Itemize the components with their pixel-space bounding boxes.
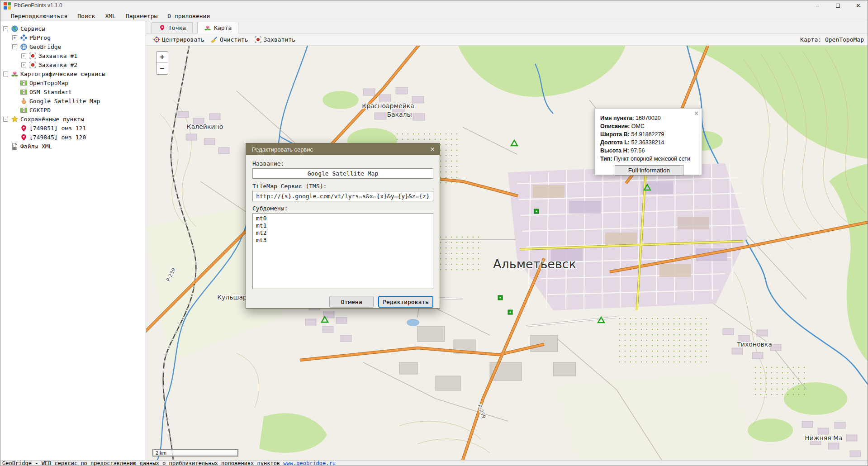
field-value: ОМС xyxy=(631,123,645,129)
subdomains-label: Субдомены: xyxy=(252,205,433,212)
close-icon[interactable]: ✕ xyxy=(430,146,435,153)
zoom-control: + − xyxy=(156,51,168,75)
star-icon xyxy=(11,115,18,123)
map-label-city: Альметьевск xyxy=(493,257,576,271)
field-label: Тип: xyxy=(600,156,612,162)
capture-button[interactable]: Захватить xyxy=(251,35,299,44)
hand-icon xyxy=(20,97,27,105)
tab-map[interactable]: Карта xyxy=(197,22,238,33)
scale-bar: 2 km xyxy=(152,449,238,456)
point-name-row: Имя пункта: 16070020 xyxy=(600,114,699,122)
edit-button[interactable]: Редактировать xyxy=(378,296,433,308)
tree-item-cgkipd[interactable]: CGKIPD xyxy=(12,105,146,114)
collapse-toggle[interactable]: - xyxy=(3,71,8,76)
xml-file-icon: XML xyxy=(11,143,18,150)
menu-search[interactable]: Поиск xyxy=(72,12,100,20)
pond xyxy=(407,319,419,326)
tree-item-label: Картографические сервисы xyxy=(20,71,105,77)
minimize-icon[interactable]: – xyxy=(807,0,828,11)
point-latitude-row: Широта B: 54.91862279 xyxy=(600,130,699,138)
pin-icon xyxy=(158,24,166,32)
tree-item-capture-1[interactable]: + Захватка #1 xyxy=(21,51,146,60)
field-label: Описание: xyxy=(600,123,630,129)
tab-point[interactable]: Точка xyxy=(152,22,193,33)
point-height-row: Высота H: 97.56 xyxy=(600,147,699,155)
tree-item-label: OSM Standart xyxy=(29,89,72,95)
zoom-out-button[interactable]: − xyxy=(157,63,168,74)
clear-button[interactable]: Очистить xyxy=(208,35,251,44)
menubar: Переподключиться Поиск XML Параметры О п… xyxy=(0,11,868,21)
expand-toggle[interactable]: + xyxy=(21,62,26,67)
zoom-in-button[interactable]: + xyxy=(157,52,168,63)
close-icon[interactable]: × xyxy=(694,109,698,118)
menu-reconnect[interactable]: Переподключиться xyxy=(6,12,72,20)
close-icon[interactable]: ✕ xyxy=(848,0,868,11)
field-label: Широта B: xyxy=(600,131,630,138)
service-name-input[interactable]: Google Satellite Map xyxy=(252,168,433,179)
center-button[interactable]: Центрировать xyxy=(150,35,208,44)
capture-icon xyxy=(255,36,262,43)
tree-item-label: GeoBridge xyxy=(29,43,61,50)
app-icon xyxy=(4,2,11,10)
broom-icon xyxy=(211,36,218,43)
tree-item-opentopomap[interactable]: OpenTopoMap xyxy=(12,78,146,87)
subdomains-textarea[interactable]: mt0 mt1 mt2 mt3 xyxy=(252,213,433,289)
tree-item-point-749851[interactable]: [749851] омз 121 xyxy=(12,124,146,133)
map-label-tikhonovka: Тихоновка xyxy=(736,341,772,348)
field-value: Пункт опорной межевой сети xyxy=(614,156,690,162)
dialog-titlebar[interactable]: Редактировать сервис ✕ xyxy=(246,143,440,155)
collapse-toggle[interactable]: - xyxy=(3,26,8,31)
map-label-bakaly: Бакалы xyxy=(387,111,412,118)
field-value: 54.91862279 xyxy=(631,131,664,138)
pbprog-icon xyxy=(20,34,27,41)
tree-item-point-749845[interactable]: [749845] омз 120 xyxy=(12,133,146,142)
geobridge-icon xyxy=(20,43,27,50)
tree-item-label: CGKIPD xyxy=(29,107,51,114)
expand-toggle[interactable]: + xyxy=(12,35,17,40)
statusbar: GeoBridge - WEB сервсис по предоставлени… xyxy=(0,460,868,466)
point-type-row: Тип: Пункт опорной межевой сети xyxy=(600,155,699,163)
map-label-nizhnyaya: Нижняя Ма xyxy=(805,434,842,442)
full-information-button[interactable]: Full information xyxy=(615,165,683,176)
expand-toggle[interactable]: + xyxy=(21,53,26,58)
tree-item-geobridge[interactable]: - GeoBridge xyxy=(12,42,146,51)
tab-label: Точка xyxy=(168,24,186,31)
tab-label: Карта xyxy=(214,24,232,31)
map-source-value: OpenTopoMap xyxy=(825,36,864,43)
tree-item-label: Файлы XML xyxy=(20,143,52,150)
name-label: Название: xyxy=(252,160,433,167)
menu-xml[interactable]: XML xyxy=(100,12,120,20)
tree-item-capture-2[interactable]: + Захватка #2 xyxy=(21,60,146,69)
tree-item-xml-files[interactable]: XML Файлы XML xyxy=(3,142,146,151)
map-label-kulshar: Кульшар xyxy=(217,294,247,301)
menu-about[interactable]: О приложении xyxy=(162,12,215,20)
city-blocks xyxy=(508,163,748,310)
tree-item-map-services[interactable]: - Картографические сервисы xyxy=(3,69,146,78)
tree-item-saved-points[interactable]: - Сохранённые пункты xyxy=(3,114,146,124)
menu-parameters[interactable]: Параметры xyxy=(121,12,162,20)
tree-item-label: Сохранённые пункты xyxy=(20,116,84,123)
clear-button-label: Очистить xyxy=(220,36,248,43)
map-icon xyxy=(20,106,27,114)
window-title: PbGeoPoints v1.1.0 xyxy=(14,0,62,11)
tms-url-input[interactable]: http://{s}.google.com/vt/lyrs=s&x={x}&y=… xyxy=(252,191,433,201)
tree-item-label: Сервисы xyxy=(20,25,45,32)
map-label-kaleykino: Калейкино xyxy=(187,123,223,130)
center-icon xyxy=(153,36,160,43)
tree-item-google-satellite[interactable]: Google Satellite Map xyxy=(12,96,146,105)
point-info-popup: × Имя пункта: 16070020 Описание: ОМС Шир… xyxy=(594,108,702,175)
map-icon xyxy=(20,88,27,95)
cancel-button[interactable]: Отмена xyxy=(329,296,374,308)
tree-item-services[interactable]: - Сервисы xyxy=(3,24,146,33)
geobridge-link[interactable]: www.geobridge.ru xyxy=(283,460,336,466)
field-label: Имя пункта: xyxy=(600,115,634,121)
tree-item-label: [749851] омз 121 xyxy=(29,125,86,132)
field-label: Высота H: xyxy=(600,147,629,154)
collapse-toggle[interactable]: - xyxy=(3,117,8,122)
collapse-toggle[interactable]: - xyxy=(12,44,17,49)
globe-icon xyxy=(11,25,18,32)
tree-item-pbprog[interactable]: + PbProg xyxy=(12,33,146,42)
maximize-icon[interactable] xyxy=(828,0,848,11)
dialog-buttons: Отмена Редактировать xyxy=(252,296,433,308)
tree-item-osm-standart[interactable]: OSM Standart xyxy=(12,87,146,96)
